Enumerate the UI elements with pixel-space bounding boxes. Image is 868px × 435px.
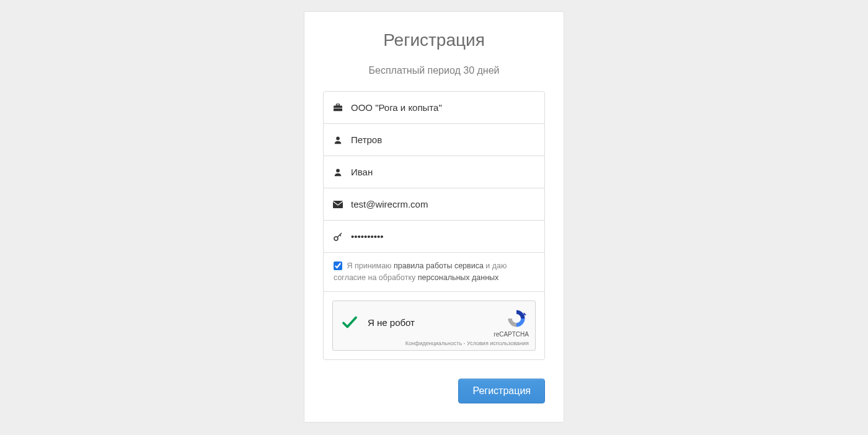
- svg-rect-2: [334, 108, 342, 108]
- firstname-row: [324, 156, 544, 188]
- svg-point-4: [336, 169, 340, 172]
- recaptcha-label: Я не робот: [368, 317, 415, 328]
- lastname-row: [324, 124, 544, 156]
- recaptcha-terms-link[interactable]: Условия использования: [467, 340, 529, 346]
- company-row: [324, 92, 544, 124]
- company-input[interactable]: [351, 102, 536, 113]
- password-row: [324, 221, 544, 253]
- recaptcha-privacy-link[interactable]: Конфиденциальность: [405, 340, 462, 346]
- page-title: Регистрация: [304, 30, 564, 50]
- recaptcha-widget[interactable]: Я не робот reCAPTCHA Конфиденциальность …: [332, 301, 536, 351]
- envelope-icon: [332, 199, 343, 210]
- firstname-input[interactable]: [351, 167, 536, 177]
- svg-rect-5: [333, 201, 343, 208]
- recaptcha-brand: reCAPTCHA: [494, 331, 529, 338]
- register-button[interactable]: Регистрация: [458, 379, 545, 403]
- key-icon: [332, 231, 343, 242]
- briefcase-icon: [332, 102, 343, 113]
- consent-prefix: Я принимаю: [347, 261, 393, 270]
- user-icon: [332, 167, 343, 178]
- svg-line-7: [338, 233, 342, 237]
- recaptcha-row: Я не робот reCAPTCHA Конфиденциальность …: [324, 292, 544, 359]
- consent-row: Я принимаю правила работы сервиса и даю …: [324, 253, 544, 292]
- recaptcha-logo-icon: [505, 307, 528, 330]
- checkmark-icon: [340, 313, 359, 332]
- page-subtitle: Бесплатный период 30 дней: [304, 65, 564, 76]
- password-input[interactable]: [351, 231, 536, 242]
- svg-line-8: [340, 235, 341, 236]
- privacy-link[interactable]: персональных данных: [418, 273, 499, 282]
- recaptcha-footer: Конфиденциальность - Условия использован…: [340, 340, 529, 346]
- svg-rect-1: [336, 103, 339, 105]
- consent-checkbox[interactable]: [334, 261, 342, 270]
- registration-form: Я принимаю правила работы сервиса и даю …: [323, 91, 545, 360]
- svg-point-6: [334, 237, 338, 240]
- email-input[interactable]: [351, 199, 536, 209]
- email-row: [324, 188, 544, 221]
- registration-card: Регистрация Бесплатный период 30 дней: [304, 11, 564, 423]
- svg-marker-9: [524, 312, 527, 315]
- terms-link[interactable]: правила работы сервиса: [394, 261, 484, 270]
- user-icon: [332, 134, 343, 146]
- svg-point-3: [336, 136, 340, 140]
- lastname-input[interactable]: [351, 134, 536, 145]
- submit-wrap: Регистрация: [323, 379, 545, 403]
